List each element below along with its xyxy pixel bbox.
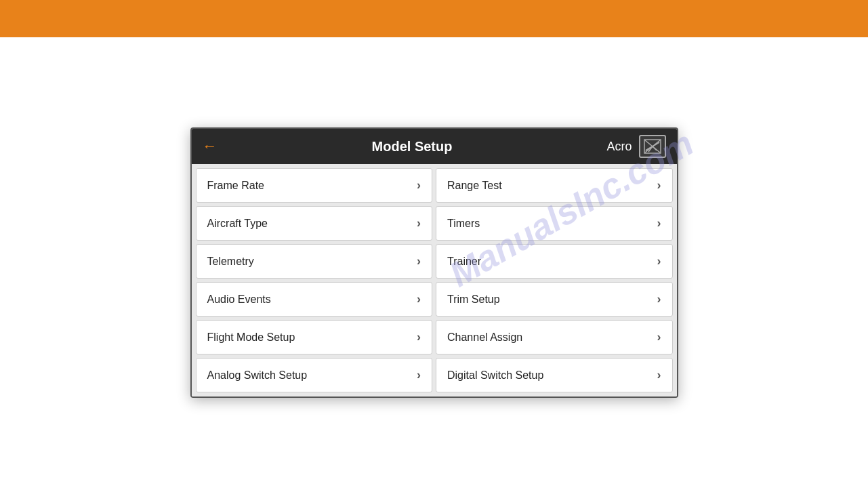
menu-item-label: Aircraft Type [207,218,268,230]
top-bar [0,0,868,37]
chevron-icon: › [657,178,661,192]
menu-item-label: Range Test [447,180,502,192]
menu-item-timers[interactable]: Timers › [436,206,673,241]
menu-item-label: Trainer [447,256,481,268]
menu-item-range-test[interactable]: Range Test › [436,168,673,203]
menu-item-aircraft-type[interactable]: Aircraft Type › [196,206,433,241]
chevron-icon: › [417,178,421,192]
chevron-icon: › [417,368,421,382]
dialog-title: Model Setup [218,139,607,155]
menu-item-analog-switch-setup[interactable]: Analog Switch Setup › [196,358,433,392]
menu-item-label: Digital Switch Setup [447,369,543,382]
menu-item-label: Telemetry [207,256,254,268]
chevron-icon: › [657,330,661,344]
menu-item-telemetry[interactable]: Telemetry › [196,244,433,279]
menu-item-flight-mode-setup[interactable]: Flight Mode Setup › [196,320,433,354]
model-icon-button[interactable] [639,135,666,158]
dialog-body: Frame Rate › Range Test › Aircraft Type … [192,164,677,396]
back-button[interactable]: ← [203,138,218,155]
menu-item-trainer[interactable]: Trainer › [436,244,673,279]
model-setup-dialog: ← Model Setup Acro [190,127,678,398]
menu-item-channel-assign[interactable]: Channel Assign › [436,320,673,354]
menu-item-digital-switch-setup[interactable]: Digital Switch Setup › [436,358,673,392]
chevron-icon: › [417,330,421,344]
menu-item-label: Frame Rate [207,180,264,192]
menu-item-label: Analog Switch Setup [207,369,308,382]
menu-item-label: Timers [447,218,480,230]
dialog-header: ← Model Setup Acro [192,129,677,164]
airplane-icon [643,138,662,155]
menu-item-trim-setup[interactable]: Trim Setup › [436,282,673,317]
chevron-icon: › [417,216,421,230]
menu-item-frame-rate[interactable]: Frame Rate › [196,168,433,203]
menu-item-label: Audio Events [207,293,271,306]
chevron-icon: › [657,368,661,382]
page-content: ManualsInc.com ← Model Setup Acro [0,37,868,488]
chevron-icon: › [657,292,661,306]
model-name: Acro [606,140,632,154]
chevron-icon: › [417,292,421,306]
menu-item-label: Channel Assign [447,331,522,344]
chevron-icon: › [417,254,421,268]
menu-item-label: Flight Mode Setup [207,331,295,344]
menu-item-label: Trim Setup [447,293,500,306]
menu-grid: Frame Rate › Range Test › Aircraft Type … [196,168,673,392]
chevron-icon: › [657,216,661,230]
chevron-icon: › [657,254,661,268]
menu-item-audio-events[interactable]: Audio Events › [196,282,433,317]
